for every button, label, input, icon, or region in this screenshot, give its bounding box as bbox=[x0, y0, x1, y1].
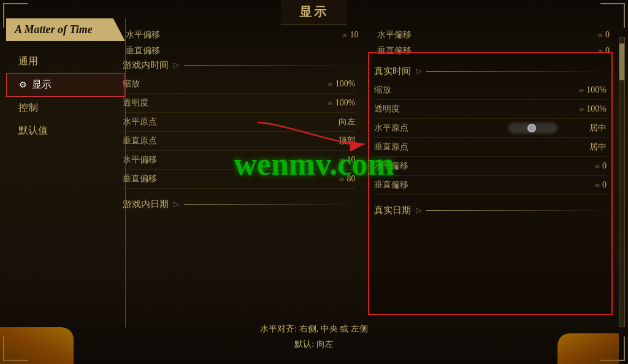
sidebar-item-defaults[interactable]: 默认值 bbox=[6, 119, 125, 142]
game-time-val-text-5: 80 bbox=[347, 174, 356, 184]
game-time-val-text-2: 向左 bbox=[339, 116, 356, 127]
game-time-row-label-2: 水平原点 bbox=[123, 116, 157, 127]
real-time-row-value-3: 居中 bbox=[589, 142, 607, 153]
bottom-line1: 水平对齐: 右侧, 中央 或 左侧 bbox=[0, 321, 628, 336]
game-time-row-value-2: 向左 bbox=[339, 116, 356, 127]
game-time-header-icon: ▷ bbox=[174, 61, 179, 70]
inf-icon: ∞ bbox=[339, 156, 345, 165]
game-time-val-text-4: 10 bbox=[347, 155, 356, 165]
real-date-header: 真实日期 ▷ bbox=[374, 205, 607, 216]
game-time-val-text-1: 100% bbox=[335, 98, 356, 108]
real-time-row-label-2: 水平原点 bbox=[374, 123, 408, 134]
general-label: 通用 bbox=[18, 55, 38, 68]
display-icon: ⚙ bbox=[19, 80, 27, 90]
real-time-row-value-1: ∞ 100% bbox=[579, 104, 607, 114]
panels-row: 游戏内时间 ▷ 缩放 ∞ 100% 透明度 ∞ 100% 水平原点 向左 垂直原… bbox=[123, 52, 613, 315]
game-date-header-label: 游戏内日期 bbox=[123, 199, 169, 210]
real-time-row-4[interactable]: 水平偏移 ∞ 0 bbox=[374, 157, 607, 176]
real-time-val-text-1: 100% bbox=[586, 104, 607, 114]
top-horizontal-offset-left: 水平偏移 ∞ 10 bbox=[123, 28, 362, 42]
real-time-row-3[interactable]: 垂直原点 居中 bbox=[374, 138, 607, 157]
real-date-header-line bbox=[426, 210, 607, 211]
game-title-box: A Matter of Time bbox=[6, 18, 125, 41]
game-date-icon: ▷ bbox=[174, 200, 179, 209]
real-time-val-text-2: 居中 bbox=[589, 123, 607, 134]
real-date-icon: ▷ bbox=[416, 206, 421, 215]
real-time-row-2[interactable]: 水平原点 居中 bbox=[374, 119, 607, 138]
real-time-rows: 缩放 ∞ 100% 透明度 ∞ 100% 水平原点 居中 垂直原点 居中 水平偏… bbox=[374, 81, 607, 195]
bottom-line2: 默认: 向左 bbox=[0, 336, 628, 352]
real-time-row-0[interactable]: 缩放 ∞ 100% bbox=[374, 81, 607, 100]
scrollbar-thumb[interactable] bbox=[619, 44, 624, 80]
game-time-rows: 缩放 ∞ 100% 透明度 ∞ 100% 水平原点 向左 垂直原点 顶部 水平偏… bbox=[123, 75, 356, 189]
nav-menu: 通用 ⚙ 显示 控制 默认值 bbox=[6, 47, 125, 145]
scrollbar[interactable] bbox=[619, 37, 625, 327]
game-time-val-text-3: 顶部 bbox=[339, 135, 356, 146]
real-time-val-text-4: 0 bbox=[602, 161, 607, 171]
real-time-val-text-3: 居中 bbox=[589, 142, 607, 153]
inf-icon-r: ∞ bbox=[594, 181, 600, 190]
inf-icon: ∞ bbox=[327, 80, 333, 89]
inf-icon-r: ∞ bbox=[579, 105, 584, 114]
game-time-row-label-4: 水平偏移 bbox=[123, 154, 157, 165]
real-time-val-text-0: 100% bbox=[586, 85, 607, 95]
real-time-row-label-0: 缩放 bbox=[374, 85, 391, 96]
slider-dot-2[interactable] bbox=[527, 124, 536, 132]
inf-icon: ∞ bbox=[339, 175, 345, 184]
real-time-row-label-3: 垂直原点 bbox=[374, 142, 408, 153]
game-title: A Matter of Time bbox=[15, 23, 93, 36]
game-time-row-value-0: ∞ 100% bbox=[327, 79, 355, 89]
game-time-panel: 游戏内时间 ▷ 缩放 ∞ 100% 透明度 ∞ 100% 水平原点 向左 垂直原… bbox=[123, 52, 356, 315]
game-time-row-label-1: 透明度 bbox=[123, 97, 148, 108]
game-time-row-2[interactable]: 水平原点 向左 bbox=[123, 113, 356, 132]
top-h-offset-right-value: ∞ 0 bbox=[597, 29, 610, 40]
game-date-header-line bbox=[184, 204, 356, 205]
page-title: 显示 bbox=[281, 0, 347, 25]
sidebar-item-display[interactable]: ⚙ 显示 bbox=[6, 73, 125, 97]
inf-icon-r: ∞ bbox=[579, 86, 584, 95]
game-time-row-label-3: 垂直原点 bbox=[123, 135, 157, 146]
game-time-row-3[interactable]: 垂直原点 顶部 bbox=[123, 132, 356, 151]
bottom-status: 水平对齐: 右侧, 中央 或 左侧 默认: 向左 bbox=[0, 321, 628, 352]
game-time-row-value-1: ∞ 100% bbox=[327, 98, 355, 108]
real-time-val-text-5: 0 bbox=[602, 180, 607, 190]
real-time-row-label-5: 垂直偏移 bbox=[374, 180, 408, 191]
corner-decoration-tr bbox=[600, 3, 625, 28]
top-h-offset-left-value: ∞ 10 bbox=[342, 29, 359, 40]
game-time-row-value-5: ∞ 80 bbox=[339, 174, 356, 184]
main-panels: 游戏内时间 ▷ 缩放 ∞ 100% 透明度 ∞ 100% 水平原点 向左 垂直原… bbox=[123, 52, 613, 315]
real-time-header-icon: ▷ bbox=[416, 67, 421, 76]
game-date-header: 游戏内日期 ▷ bbox=[123, 199, 356, 210]
display-label: 显示 bbox=[32, 78, 52, 91]
page-title-text: 显示 bbox=[299, 5, 329, 18]
game-time-row-label-0: 缩放 bbox=[123, 78, 140, 89]
defaults-label: 默认值 bbox=[18, 124, 48, 137]
game-time-row-0[interactable]: 缩放 ∞ 100% bbox=[123, 75, 356, 94]
top-h-offset-right-label: 水平偏移 bbox=[377, 29, 412, 40]
real-time-row-value-0: ∞ 100% bbox=[579, 85, 607, 95]
real-time-row-5[interactable]: 垂直偏移 ∞ 0 bbox=[374, 176, 607, 195]
game-time-row-1[interactable]: 透明度 ∞ 100% bbox=[123, 94, 356, 113]
sidebar-item-controls[interactable]: 控制 bbox=[6, 97, 125, 119]
inf-icon-r: ∞ bbox=[594, 162, 600, 171]
infinity-icon: ∞ bbox=[342, 31, 348, 40]
game-time-row-5[interactable]: 垂直偏移 ∞ 80 bbox=[123, 170, 356, 189]
real-time-row-value-4: ∞ 0 bbox=[594, 161, 607, 171]
real-time-panel: 真实时间 ▷ 缩放 ∞ 100% 透明度 ∞ 100% 水平原点 居中 bbox=[368, 52, 613, 315]
game-time-row-4[interactable]: 水平偏移 ∞ 10 bbox=[123, 151, 356, 170]
game-time-header-label: 游戏内时间 bbox=[123, 59, 169, 71]
sidebar-item-general[interactable]: 通用 bbox=[6, 50, 125, 73]
infinity-icon-r: ∞ bbox=[597, 31, 603, 40]
real-time-header: 真实时间 ▷ bbox=[374, 66, 607, 77]
real-time-header-line bbox=[426, 71, 607, 72]
real-time-row-1[interactable]: 透明度 ∞ 100% bbox=[374, 100, 607, 119]
sidebar: A Matter of Time 通用 ⚙ 显示 控制 默认值 bbox=[6, 18, 126, 327]
real-time-row-label-4: 水平偏移 bbox=[374, 161, 408, 172]
game-time-header-line bbox=[184, 65, 356, 66]
game-time-row-label-5: 垂直偏移 bbox=[123, 173, 157, 184]
controls-label: 控制 bbox=[18, 102, 38, 115]
game-time-header: 游戏内时间 ▷ bbox=[123, 59, 356, 71]
inf-icon: ∞ bbox=[327, 99, 333, 108]
game-time-row-value-3: 顶部 bbox=[339, 135, 356, 146]
game-time-row-value-4: ∞ 10 bbox=[339, 155, 356, 165]
